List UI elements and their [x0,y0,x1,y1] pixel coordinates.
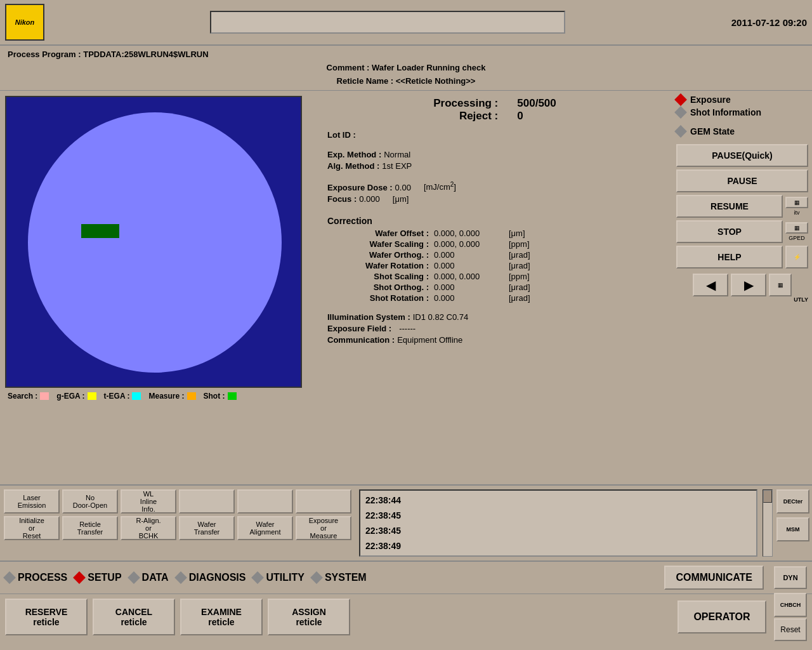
exposure-field-label: Exposure Field : [327,324,391,333]
title-bar-box [210,11,565,34]
illumination-value: ID1 0.82 C0.74 [413,312,468,322]
info-bar: Process Program : TPDDATA:258WLRUN4$WLRU… [0,46,812,91]
utility-label: UTILITY [266,572,304,583]
assign-reticle-button[interactable]: ASSIGN reticle [268,599,350,635]
exp-method-value: Normal [384,150,410,159]
wafer-circle [28,112,282,373]
log-scrollbar-thumb [763,490,772,503]
cancel-reticle-button[interactable]: CANCEL reticle [93,599,175,635]
legend-shot: Shot : [204,392,237,401]
help-icon: ⚡ [785,246,808,269]
shot-rotation-unit: [μrad] [509,293,530,303]
timestamp-2: 22:38:45 [365,508,751,524]
empty-btn-1[interactable] [179,489,235,514]
gem-state-label: GEM State [690,126,735,136]
decter-button[interactable]: DECter [776,489,809,514]
diagnosis-indicator-icon [174,571,187,584]
processing-value: 500/500 [517,97,556,110]
wafer-rotation-value: 0.000 [434,261,504,270]
center-panel: Processing : Reject : 500/500 0 Lot ID :… [317,91,672,484]
wafer-alignment-button[interactable]: Wafer Alignment [237,516,293,540]
nav-setup[interactable]: SETUP [75,572,121,583]
help-button[interactable]: HELP [676,246,783,269]
reserve-reticle-button[interactable]: RESERVE reticle [5,599,88,635]
exp-method-label: Exp. Method : [327,150,381,159]
r-align-bchk-button[interactable]: R-Align. or BCHK [121,516,176,540]
reset-button[interactable]: Reset [774,618,807,641]
reticle-transfer-button[interactable]: Reticle Transfer [62,516,118,540]
resume-button[interactable]: RESUME [676,195,783,218]
shot-color-box [228,392,237,400]
bottom-nav: PROCESS SETUP DATA DIAGNOSIS UTILITY SYS… [0,560,812,594]
lot-id-row: Lot ID : [327,130,662,140]
search-label: Search : [8,392,37,401]
nav-utility[interactable]: UTILITY [253,572,304,583]
exposure-label: Exposure [690,95,731,105]
shot-info-indicator: Shot Information [676,107,808,117]
legend-bar: Search : g-EGA : t-EGA : Measure : Shot … [5,388,312,401]
gped-icon: ▦ [785,222,808,234]
nikon-logo: Nikon [5,4,44,41]
tega-color-box [132,392,141,400]
log-timestamp-area: 22:38:44 22:38:45 22:38:45 22:38:49 [359,489,757,557]
main-content: Search : g-EGA : t-EGA : Measure : Shot … [0,91,812,484]
gem-state-indicator-icon [674,125,687,138]
dyn-button[interactable]: DYN [774,566,807,589]
shot-orthog-label: Shot Orthog. : [327,282,429,292]
log-scrollbar[interactable] [763,489,773,557]
wafer-scaling-value: 0.000, 0.000 [434,239,504,249]
itv-icon: ▦ [785,197,808,208]
wafer-transfer-button[interactable]: Wafer Transfer [179,516,235,540]
examine-reticle-button[interactable]: EXAMINE reticle [180,599,263,635]
initialize-reset-button[interactable]: Initialize or Reset [4,516,60,540]
communication-label: Communication : [327,335,395,345]
playback-row: ◀ ▶ ▦ [676,274,808,296]
communicate-button[interactable]: COMMUNICATE [664,566,764,590]
tega-label: t-EGA : [104,392,130,401]
illumination-row: Illumination System : ID1 0.82 C0.74 [327,312,662,322]
exposure-dose-label: Exposure Dose : [327,183,393,192]
wafer-display [5,96,302,388]
msm-button[interactable]: MSM [776,517,809,541]
wafer-offset-row: Wafer Offset : 0.000, 0.000 [μm] [327,229,662,238]
forward-button[interactable]: ▶ [731,274,766,296]
pause-quick-button[interactable]: PAUSE(Quick) [676,144,808,167]
shot-scaling-row: Shot Scaling : 0.000, 0.000 [ppm] [327,272,662,281]
gem-state-indicator: GEM State [676,126,808,136]
nav-data[interactable]: DATA [129,572,169,583]
reject-label: Reject : [433,110,498,123]
rewind-button[interactable]: ◀ [693,274,728,296]
utly-icon: ▦ [769,274,792,296]
chbch-button[interactable]: CHBCH [774,593,807,617]
wl-inline-info-button[interactable]: WL Inline Info. [121,489,176,514]
utly-label: UTLY [676,296,808,303]
laser-emission-button[interactable]: Laser Emission [4,489,60,514]
wafer-offset-label: Wafer Offset : [327,229,429,238]
measure-color-box [187,392,196,400]
operator-button[interactable]: OPERATOR [678,600,766,633]
nav-diagnosis[interactable]: DIAGNOSIS [176,572,246,583]
gega-label: g-EGA : [56,392,84,401]
indicator-section: Exposure Shot Information GEM State [676,95,808,136]
gped-label: GPED [785,235,808,241]
pause-button[interactable]: PAUSE [676,169,808,192]
exposure-indicator-icon [674,93,687,106]
process-label: PROCESS [18,572,67,583]
nav-process[interactable]: PROCESS [5,572,67,583]
nav-system[interactable]: SYSTEM [312,572,367,583]
shot-info-indicator-icon [674,106,687,119]
shot-rotation-label: Shot Rotation : [327,293,429,303]
comment-row: Comment : Wafer Loader Running check [8,62,804,75]
shot-info-label: Shot Information [690,107,761,117]
no-door-open-button[interactable]: No Door-Open [62,489,118,514]
wafer-scaling-label: Wafer Scaling : [327,239,429,249]
communication-value: Equipment Offline [397,335,462,345]
exposure-indicator: Exposure [676,95,808,105]
exp-method-row: Exp. Method : Normal [327,150,662,159]
stop-button[interactable]: STOP [676,220,783,243]
empty-btn-2[interactable] [237,489,293,514]
wafer-orthog-label: Wafer Orthog. : [327,250,429,260]
legend-search: Search : [8,392,49,401]
empty-btn-3[interactable] [296,489,351,514]
exposure-measure-button[interactable]: Exposure or Measure [296,516,351,540]
